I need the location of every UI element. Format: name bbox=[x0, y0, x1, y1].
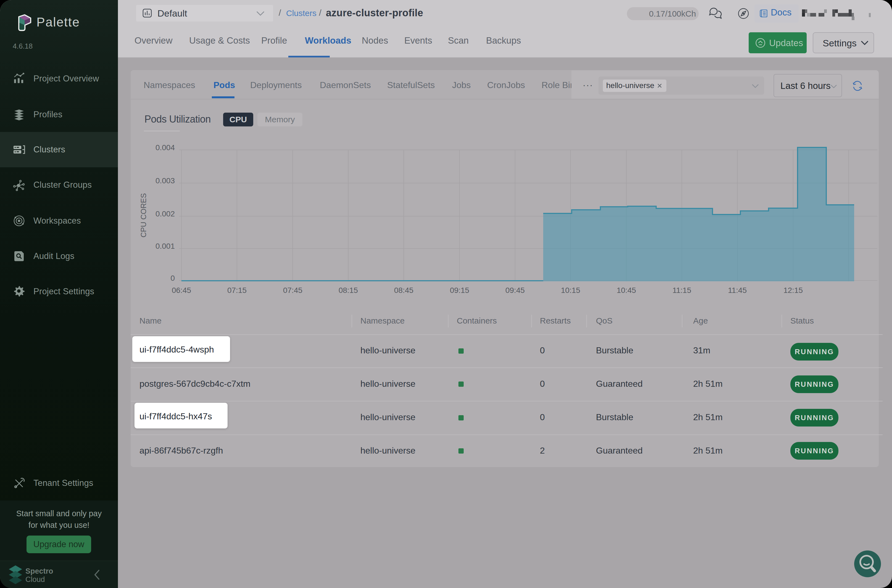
svg-text:0.002: 0.002 bbox=[155, 210, 175, 218]
svg-text:11:45: 11:45 bbox=[728, 286, 747, 294]
svg-text:08:45: 08:45 bbox=[394, 286, 413, 294]
svg-text:0.004: 0.004 bbox=[155, 143, 175, 152]
svg-text:CPU CORES: CPU CORES bbox=[140, 193, 148, 238]
svg-text:10:15: 10:15 bbox=[561, 286, 580, 294]
svg-text:09:15: 09:15 bbox=[450, 286, 469, 294]
svg-text:12:15: 12:15 bbox=[784, 286, 803, 294]
svg-text:07:45: 07:45 bbox=[283, 286, 302, 294]
svg-text:0.001: 0.001 bbox=[155, 242, 175, 250]
svg-text:07:15: 07:15 bbox=[227, 286, 246, 294]
svg-text:08:15: 08:15 bbox=[339, 286, 358, 294]
svg-text:0.003: 0.003 bbox=[155, 176, 175, 185]
svg-text:10:45: 10:45 bbox=[617, 286, 636, 294]
svg-text:06:45: 06:45 bbox=[172, 286, 191, 294]
svg-text:11:15: 11:15 bbox=[673, 286, 691, 294]
svg-text:09:45: 09:45 bbox=[505, 286, 525, 294]
svg-text:0: 0 bbox=[170, 274, 175, 282]
